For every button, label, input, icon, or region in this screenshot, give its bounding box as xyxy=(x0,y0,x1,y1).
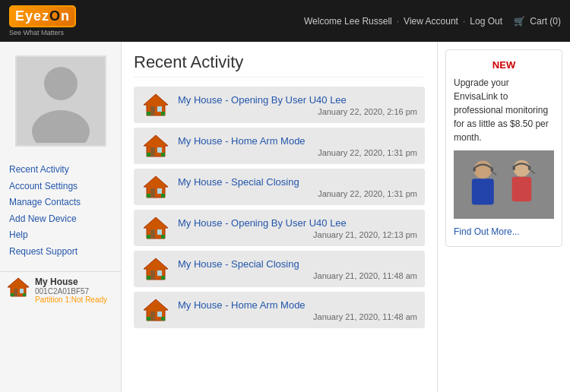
avatar xyxy=(15,55,106,147)
svg-rect-28 xyxy=(150,270,155,280)
dot-separator2: · xyxy=(463,16,465,27)
svg-rect-36 xyxy=(161,317,165,321)
device-name: My House xyxy=(35,277,107,287)
cart-icon: 🛒 xyxy=(514,16,525,27)
svg-rect-33 xyxy=(150,311,155,321)
svg-rect-24 xyxy=(157,229,162,235)
sidebar-item-add-new-device[interactable]: Add New Device xyxy=(9,211,112,228)
sidebar-nav: Recent Activity Account Settings Manage … xyxy=(0,162,121,261)
activity-item[interactable]: My House - Home Arm Mode January 22, 202… xyxy=(134,128,425,164)
avatar-area xyxy=(0,49,121,153)
activity-house-icon xyxy=(141,298,170,322)
sidebar: Recent Activity Account Settings Manage … xyxy=(0,42,122,392)
svg-rect-34 xyxy=(157,311,162,317)
svg-rect-20 xyxy=(147,194,150,198)
device-section: My House 001C2A01BF57 Partition 1:Not Re… xyxy=(0,271,121,308)
activity-date: January 22, 2020, 1:31 pm xyxy=(178,189,417,198)
svg-rect-13 xyxy=(150,147,155,156)
svg-rect-41 xyxy=(491,167,493,172)
logo-area: EyezOn See What Matters xyxy=(9,5,76,36)
main-layout: Recent Activity Account Settings Manage … xyxy=(0,42,570,392)
svg-rect-5 xyxy=(11,293,14,296)
svg-rect-18 xyxy=(150,188,155,198)
view-account-link[interactable]: View Account xyxy=(404,16,458,27)
page-title: Recent Activity xyxy=(134,52,425,77)
svg-rect-6 xyxy=(23,293,26,296)
svg-rect-11 xyxy=(161,112,165,115)
activity-date: January 22, 2020, 2:16 pm xyxy=(178,107,417,116)
sidebar-item-recent-activity[interactable]: Recent Activity xyxy=(9,162,112,179)
promo-box: NEW Upgrade your EnvisaLink to professio… xyxy=(445,49,562,247)
activity-house-icon xyxy=(141,216,170,240)
activity-date: January 22, 2020, 1:31 pm xyxy=(178,148,417,157)
svg-rect-4 xyxy=(20,289,24,293)
activity-title: My House - Opening By User U40 Lee xyxy=(178,94,417,106)
activity-text: My House - Opening By User U40 Lee Janua… xyxy=(178,94,417,116)
activity-date: January 21, 2020, 11:48 am xyxy=(178,271,417,280)
header-nav: Welcome Lee Russell · View Account · Log… xyxy=(304,16,561,27)
activity-text: My House - Home Arm Mode January 22, 202… xyxy=(178,135,417,157)
activity-house-icon xyxy=(141,257,170,281)
activity-item[interactable]: My House - Opening By User U40 Lee Janua… xyxy=(134,210,425,246)
device-item[interactable]: My House 001C2A01BF57 Partition 1:Not Re… xyxy=(6,277,115,304)
device-info: My House 001C2A01BF57 Partition 1:Not Re… xyxy=(35,277,107,304)
svg-rect-37 xyxy=(454,155,554,213)
svg-rect-44 xyxy=(512,166,515,170)
activity-date: January 21, 2020, 12:13 pm xyxy=(178,230,417,239)
activity-title: My House - Special Closing xyxy=(178,258,417,270)
logo-box: EyezOn xyxy=(9,5,76,27)
svg-rect-21 xyxy=(161,194,165,198)
sidebar-item-account-settings[interactable]: Account Settings xyxy=(9,179,112,195)
svg-rect-15 xyxy=(147,153,150,156)
activity-text: My House - Home Arm Mode January 21, 202… xyxy=(178,299,417,321)
svg-rect-23 xyxy=(150,229,155,239)
sidebar-item-manage-contacts[interactable]: Manage Contacts xyxy=(9,194,112,211)
main-content: Recent Activity My House - Opening By Us… xyxy=(122,42,437,392)
activity-house-icon xyxy=(141,93,170,117)
welcome-text: Welcome Lee Russell xyxy=(304,16,392,27)
svg-rect-40 xyxy=(473,167,476,172)
sidebar-item-help[interactable]: Help xyxy=(9,227,112,244)
svg-point-42 xyxy=(513,160,530,176)
activity-item[interactable]: My House - Special Closing January 21, 2… xyxy=(134,251,425,287)
promo-text: Upgrade your EnvisaLink to professional … xyxy=(454,77,549,143)
device-id: 001C2A01BF57 xyxy=(35,287,107,296)
activity-title: My House - Home Arm Mode xyxy=(178,299,417,311)
activity-title: My House - Special Closing xyxy=(178,176,417,188)
logo-tagline: See What Matters xyxy=(9,29,64,36)
house-icon xyxy=(6,277,30,298)
promo-image xyxy=(454,150,554,219)
sidebar-item-request-support[interactable]: Request Support xyxy=(9,244,112,261)
cart-link[interactable]: Cart (0) xyxy=(530,16,561,27)
svg-rect-43 xyxy=(512,176,532,201)
svg-rect-19 xyxy=(157,188,162,194)
activity-list: My House - Opening By User U40 Lee Janua… xyxy=(134,87,425,328)
header: EyezOn See What Matters Welcome Lee Russ… xyxy=(0,0,570,42)
svg-point-38 xyxy=(473,160,492,179)
svg-point-0 xyxy=(44,67,78,100)
svg-rect-3 xyxy=(14,289,17,296)
svg-rect-9 xyxy=(157,106,162,112)
activity-item[interactable]: My House - Home Arm Mode January 21, 202… xyxy=(134,292,425,328)
svg-rect-45 xyxy=(528,166,530,170)
activity-text: My House - Opening By User U40 Lee Janua… xyxy=(178,217,417,239)
promo-new-badge: NEW xyxy=(454,58,554,73)
log-out-link[interactable]: Log Out xyxy=(470,16,502,27)
svg-rect-10 xyxy=(147,112,150,115)
device-status: Partition 1:Not Ready xyxy=(35,296,107,304)
activity-item[interactable]: My House - Opening By User U40 Lee Janua… xyxy=(134,87,425,123)
activity-house-icon xyxy=(141,175,170,199)
svg-rect-8 xyxy=(150,106,155,115)
svg-rect-16 xyxy=(161,153,165,156)
activity-date: January 21, 2020, 11:48 am xyxy=(178,312,417,321)
svg-rect-31 xyxy=(161,276,165,280)
svg-rect-39 xyxy=(472,179,494,204)
logo-text: EyezOn xyxy=(15,8,70,24)
promo-link[interactable]: Find Out More... xyxy=(454,226,520,237)
svg-rect-30 xyxy=(147,276,150,280)
activity-item[interactable]: My House - Special Closing January 22, 2… xyxy=(134,169,425,205)
dot-separator: · xyxy=(397,16,399,27)
activity-title: My House - Home Arm Mode xyxy=(178,135,417,147)
svg-point-1 xyxy=(32,110,90,143)
svg-rect-25 xyxy=(147,235,150,239)
